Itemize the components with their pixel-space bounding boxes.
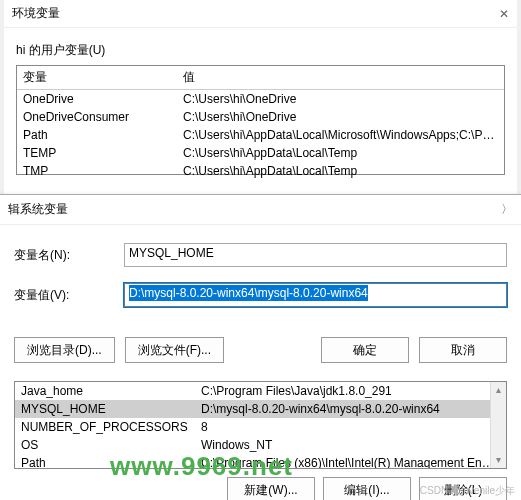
new-button[interactable]: 新建(W)... [227, 477, 315, 500]
window-title: 环境变量 [12, 5, 60, 22]
edit-dialog-title: 辑系统变量 [8, 201, 68, 218]
cell-name: NUMBER_OF_PROCESSORS [15, 418, 195, 436]
cell-name: OneDrive [17, 90, 177, 108]
cell-value: 8 [195, 418, 506, 436]
browse-dir-button[interactable]: 浏览目录(D)... [14, 337, 115, 363]
table-header: 变量 值 [17, 66, 504, 90]
cell-name: Path [17, 126, 177, 144]
cell-name: OS [15, 436, 195, 454]
edit-system-var-dialog: 辑系统变量 〉 变量名(N): MYSQL_HOME 变量值(V): D:\my… [0, 194, 521, 500]
browse-file-button[interactable]: 浏览文件(F)... [125, 337, 224, 363]
cell-name: Path [15, 454, 195, 469]
cell-value: C:\Users\hi\OneDrive [177, 108, 504, 126]
cell-value: C:\Program Files (x86)\Intel\Intel(R) Ma… [195, 454, 506, 469]
user-vars-label: hi 的用户变量(U) [4, 28, 517, 65]
cell-name: Java_home [15, 382, 195, 400]
titlebar: 环境变量 ✕ [4, 0, 517, 28]
cell-value: Windows_NT [195, 436, 506, 454]
scroll-down-icon[interactable]: ▾ [491, 452, 506, 468]
table-row[interactable]: OneDriveConsumerC:\Users\hi\OneDrive [17, 108, 504, 126]
edit-button[interactable]: 编辑(I)... [323, 477, 411, 500]
user-vars-table[interactable]: 变量 值 OneDriveC:\Users\hi\OneDriveOneDriv… [16, 65, 505, 175]
scroll-up-icon[interactable]: ▴ [491, 382, 506, 398]
system-vars-table[interactable]: Java_homeC:\Program Files\Java\jdk1.8.0_… [14, 381, 507, 469]
table-row[interactable]: OSWindows_NT [15, 436, 506, 454]
table-row[interactable]: NUMBER_OF_PROCESSORS8 [15, 418, 506, 436]
cell-name: TEMP [17, 144, 177, 162]
var-value-input[interactable]: D:\mysql-8.0.20-winx64\mysql-8.0.20-winx… [124, 283, 507, 307]
cell-name: MYSQL_HOME [15, 400, 195, 418]
cell-value: C:\Users\hi\AppData\Local\Temp [177, 162, 504, 180]
table-row[interactable]: MYSQL_HOMED:\mysql-8.0.20-winx64\mysql-8… [15, 400, 506, 418]
scrollbar-vertical[interactable]: ▴ ▾ [490, 382, 506, 468]
chevron-right-icon[interactable]: 〉 [501, 201, 513, 218]
cell-value: D:\mysql-8.0.20-winx64\mysql-8.0.20-winx… [195, 400, 506, 418]
table-row[interactable]: PathC:\Users\hi\AppData\Local\Microsoft\… [17, 126, 504, 144]
ok-button[interactable]: 确定 [321, 337, 409, 363]
cell-value: C:\Users\hi\AppData\Local\Temp [177, 144, 504, 162]
col-value-header[interactable]: 值 [177, 66, 504, 89]
cell-value: C:\Users\hi\AppData\Local\Microsoft\Wind… [177, 126, 504, 144]
var-value-label: 变量值(V): [14, 287, 124, 304]
table-row[interactable]: TEMPC:\Users\hi\AppData\Local\Temp [17, 144, 504, 162]
cell-name: OneDriveConsumer [17, 108, 177, 126]
cancel-button[interactable]: 取消 [419, 337, 507, 363]
col-name-header[interactable]: 变量 [17, 66, 177, 89]
cell-value: C:\Program Files\Java\jdk1.8.0_291 [195, 382, 506, 400]
csdn-credit: CSDN @juvenile少年 [420, 484, 515, 498]
table-row[interactable]: PathC:\Program Files (x86)\Intel\Intel(R… [15, 454, 506, 469]
edit-dialog-titlebar: 辑系统变量 〉 [0, 195, 521, 225]
close-icon[interactable]: ✕ [499, 7, 509, 21]
var-name-input[interactable]: MYSQL_HOME [124, 243, 507, 267]
cell-value: C:\Users\hi\OneDrive [177, 90, 504, 108]
table-row[interactable]: Java_homeC:\Program Files\Java\jdk1.8.0_… [15, 382, 506, 400]
var-name-label: 变量名(N): [14, 247, 124, 264]
table-row[interactable]: TMPC:\Users\hi\AppData\Local\Temp [17, 162, 504, 180]
table-row[interactable]: OneDriveC:\Users\hi\OneDrive [17, 90, 504, 108]
cell-name: TMP [17, 162, 177, 180]
